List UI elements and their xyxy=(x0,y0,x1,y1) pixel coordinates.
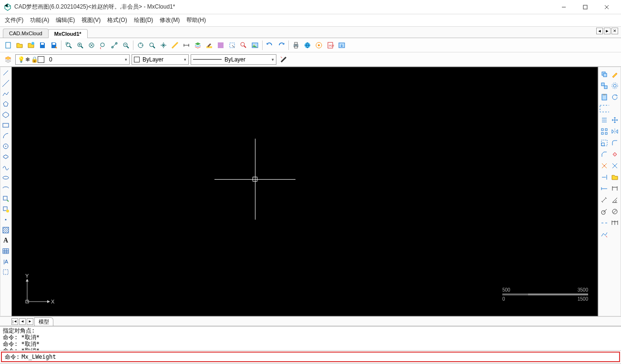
close-button[interactable] xyxy=(596,0,617,14)
region-icon[interactable] xyxy=(1,267,10,277)
spline-icon[interactable] xyxy=(1,162,10,172)
maximize-button[interactable] xyxy=(574,0,596,14)
line-icon[interactable] xyxy=(1,68,10,78)
doctab-1[interactable]: CAD.MxCloud xyxy=(3,29,49,38)
menu-edit[interactable]: 编辑(E) xyxy=(56,16,75,24)
mirror-icon[interactable] xyxy=(610,127,620,136)
ellipse-arc-icon[interactable] xyxy=(1,183,10,193)
print-icon[interactable] xyxy=(291,40,301,51)
text-a-icon[interactable]: A xyxy=(1,236,10,245)
trim-icon[interactable] xyxy=(610,161,620,171)
paste-icon[interactable] xyxy=(600,92,609,102)
offset-icon[interactable] xyxy=(600,115,609,125)
model-tab[interactable]: 模型 xyxy=(34,317,53,326)
zoom-prev-icon[interactable] xyxy=(98,40,108,51)
pedit-icon[interactable] xyxy=(600,230,609,239)
redo-icon[interactable] xyxy=(276,40,286,51)
insert-block-icon[interactable] xyxy=(1,194,10,203)
mtext-ia-icon[interactable]: |A xyxy=(1,257,10,266)
menu-draw[interactable]: 绘图(D) xyxy=(134,16,153,24)
menu-modify[interactable]: 修改(M) xyxy=(160,16,180,24)
measure-icon[interactable] xyxy=(170,40,180,51)
make-block-icon[interactable] xyxy=(1,204,10,214)
xline-icon[interactable] xyxy=(1,79,10,88)
explode-icon[interactable] xyxy=(600,161,609,171)
array-icon[interactable] xyxy=(600,127,609,136)
rotate-icon[interactable] xyxy=(610,92,620,102)
save-icon[interactable] xyxy=(37,40,48,51)
zoom-window-icon[interactable] xyxy=(63,40,74,51)
hatch-icon[interactable] xyxy=(1,225,10,235)
edit-pencil-icon[interactable] xyxy=(610,70,620,79)
export-icon[interactable] xyxy=(336,40,347,51)
rectangle-icon[interactable] xyxy=(1,121,10,130)
image-icon[interactable] xyxy=(250,40,260,51)
point-icon[interactable] xyxy=(1,215,10,224)
regen-icon[interactable] xyxy=(135,40,146,51)
scale-icon[interactable] xyxy=(600,138,609,148)
dim-aligned-icon[interactable] xyxy=(600,195,609,205)
undo-icon[interactable] xyxy=(265,40,275,51)
revcloud-icon[interactable] xyxy=(1,152,10,162)
layout-first-button[interactable]: |◄ xyxy=(11,318,18,325)
web-icon[interactable] xyxy=(302,40,313,51)
chamfer-icon[interactable] xyxy=(600,150,609,159)
dim-linear-icon[interactable] xyxy=(610,184,620,193)
circle-icon[interactable] xyxy=(1,142,10,151)
minimize-button[interactable] xyxy=(553,0,574,14)
drawing-canvas[interactable]: Y X 5003500 01500 xyxy=(11,67,598,316)
fillet-icon[interactable] xyxy=(610,138,620,148)
tab-prev-button[interactable]: ◄ xyxy=(596,28,603,34)
copy-icon[interactable] xyxy=(600,70,609,79)
folder-icon[interactable] xyxy=(610,172,620,182)
layers-icon[interactable] xyxy=(193,40,203,51)
pan-icon[interactable] xyxy=(158,40,169,51)
move-icon[interactable] xyxy=(610,115,620,125)
doctab-2[interactable]: MxCloud1* xyxy=(48,29,88,38)
copy-multi-icon[interactable] xyxy=(600,81,609,91)
move-border-icon[interactable] xyxy=(600,104,609,113)
linetype-combo[interactable]: ByLayer ▾ xyxy=(191,54,276,65)
zoom-realtime-icon[interactable] xyxy=(109,40,120,51)
break-icon[interactable] xyxy=(600,218,609,228)
tab-next-button[interactable]: ► xyxy=(604,28,611,34)
dim-angular-icon[interactable] xyxy=(610,195,620,205)
polyline-icon[interactable] xyxy=(1,89,10,99)
command-line[interactable]: 命令: xyxy=(1,352,620,362)
open-net-icon[interactable] xyxy=(26,40,36,51)
select-icon[interactable] xyxy=(227,40,237,51)
tab-close-button[interactable]: ✕ xyxy=(611,28,618,34)
polygon2-icon[interactable] xyxy=(1,110,10,120)
linetype-icon[interactable] xyxy=(215,40,226,51)
menu-view[interactable]: 视图(V) xyxy=(81,16,101,24)
settings-icon[interactable] xyxy=(314,40,324,51)
dim-radius-icon[interactable] xyxy=(600,207,609,216)
table-icon[interactable] xyxy=(1,246,10,256)
saveas-icon[interactable] xyxy=(49,40,59,51)
layer-manager-icon[interactable] xyxy=(3,54,13,65)
command-input[interactable] xyxy=(21,354,616,360)
arc-icon[interactable] xyxy=(1,131,10,141)
open-icon[interactable] xyxy=(14,40,25,51)
menu-file[interactable]: 文件(F) xyxy=(5,16,23,24)
sprocket-icon[interactable] xyxy=(610,81,620,91)
zoom-in-icon[interactable] xyxy=(75,40,85,51)
dist-icon[interactable] xyxy=(181,40,192,51)
zoom-out-icon[interactable] xyxy=(121,40,131,51)
color-combo[interactable]: ByLayer ▾ xyxy=(132,54,189,65)
new-icon[interactable] xyxy=(3,40,13,51)
dim-continue-icon[interactable] xyxy=(610,218,620,228)
extend-icon[interactable] xyxy=(600,172,609,182)
color-icon[interactable] xyxy=(204,40,214,51)
find-icon[interactable] xyxy=(238,40,249,51)
erase-icon[interactable] xyxy=(610,150,620,159)
lengthen-icon[interactable] xyxy=(600,184,609,193)
menu-format[interactable]: 格式(O) xyxy=(107,16,127,24)
layer-combo[interactable]: 💡 ❄ 🔒 0 ▾ xyxy=(15,54,130,65)
zoom-center-icon[interactable] xyxy=(147,40,157,51)
pdf-icon[interactable]: PDF xyxy=(325,40,336,51)
lineweight-brush-icon[interactable] xyxy=(278,54,289,65)
layout-prev-button[interactable]: ◄ xyxy=(19,318,26,325)
dim-diameter-icon[interactable] xyxy=(610,207,620,216)
menu-function[interactable]: 功能(A) xyxy=(30,16,49,24)
